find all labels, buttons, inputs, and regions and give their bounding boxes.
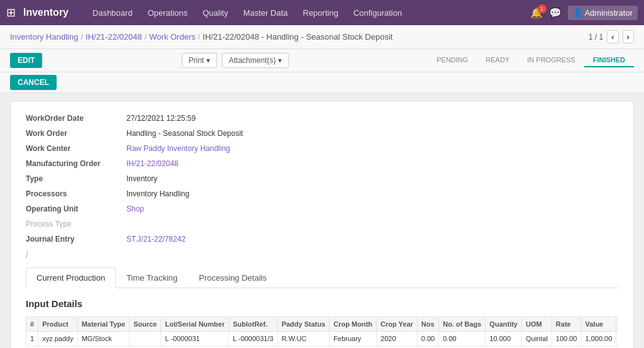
workorder-date-label: WorkOrder Date — [26, 114, 126, 123]
process-type-row: Process Type — [26, 220, 618, 228]
tab-time-tracking[interactable]: Time Tracking — [116, 267, 188, 288]
breadcrumb-current: IH/21-22/02048 - Handling - Seasonal Sto… — [203, 32, 392, 42]
operating-unit-value[interactable]: Shop — [126, 205, 144, 213]
tab-bar: Current Production Time Tracking Process… — [26, 267, 618, 288]
col-operating-unit: Operating Unit — [616, 317, 618, 332]
breadcrumb-work-orders[interactable]: Work Orders — [149, 32, 195, 42]
nav-quality[interactable]: Quality — [196, 4, 234, 21]
breadcrumb-bar: Inventory Handling / IH/21-22/02048 / Wo… — [0, 25, 644, 49]
slash-separator: / — [26, 250, 618, 260]
manufacturing-order-label: Manufacturing Order — [26, 159, 126, 168]
nav-reporting[interactable]: Reporting — [297, 4, 345, 21]
journal-entry-row: Journal Entry ST.J/21-22/78242 — [26, 235, 618, 244]
operating-unit-label: Operating Unit — [26, 205, 126, 213]
operating-unit-row: Operating Unit Shop — [26, 205, 618, 213]
table-cell: L -0000031/3 — [229, 332, 277, 346]
col-nos: Nos — [417, 317, 438, 332]
col-source: Source — [130, 317, 161, 332]
attachments-button[interactable]: Attachment(s) ▾ — [222, 53, 289, 68]
input-details-table: # Product Material Type Source Lot/Seria… — [26, 317, 618, 346]
table-cell: MG/Stock — [77, 332, 130, 346]
tabs-container: Current Production Time Tracking Process… — [26, 267, 618, 346]
type-label: Type — [26, 174, 126, 183]
pagination-text: 1 / 1 — [589, 33, 603, 42]
main-content: WorkOrder Date 27/12/2021 12:25:59 Work … — [0, 93, 644, 348]
nav-dashboard[interactable]: Dashboard — [86, 4, 139, 21]
next-record-button[interactable]: › — [623, 30, 634, 43]
work-center-value[interactable]: Raw Paddy Inventory Handling — [126, 144, 230, 153]
col-lot-serial: Lot/Serial Number — [161, 317, 229, 332]
manufacturing-order-value[interactable]: IH/21-22/02048 — [126, 159, 179, 168]
type-value: Inventory — [126, 174, 157, 183]
table-cell: Shop — [616, 332, 618, 346]
nav-links: Dashboard Operations Quality Master Data… — [86, 4, 525, 21]
table-cell: L -0000031 — [161, 332, 229, 346]
process-type-label: Process Type — [26, 220, 126, 228]
chat-icon[interactable]: 💬 — [549, 7, 562, 19]
table-cell: 1 — [26, 332, 38, 346]
table-cell: February — [330, 332, 377, 346]
input-details-title: Input Details — [26, 298, 618, 309]
status-in-progress[interactable]: IN PROGRESS — [518, 53, 584, 67]
notification-icon[interactable]: 🔔 1 — [530, 7, 543, 19]
col-crop-month: Crop Month — [330, 317, 377, 332]
work-center-row: Work Center Raw Paddy Inventory Handling — [26, 144, 618, 153]
col-product: Product — [38, 317, 78, 332]
tab-processing-details[interactable]: Processing Details — [188, 267, 277, 288]
table-cell: 100.00 — [552, 332, 581, 346]
type-row: Type Inventory — [26, 174, 618, 183]
table-cell: 2020 — [377, 332, 418, 346]
col-crop-year: Crop Year — [377, 317, 418, 332]
table-cell: 10.000 — [486, 332, 522, 346]
action-bar-cancel: CANCEL — [0, 72, 644, 93]
work-center-label: Work Center — [26, 144, 126, 153]
action-bar-edit: EDIT Print ▾ Attachment(s) ▾ PENDING REA… — [0, 49, 644, 72]
edit-button[interactable]: EDIT — [10, 53, 42, 68]
col-material-type: Material Type — [77, 317, 130, 332]
input-details-table-wrapper: # Product Material Type Source Lot/Seria… — [26, 317, 618, 346]
table-cell: 0.00 — [417, 332, 438, 346]
workorder-date-value: 27/12/2021 12:25:59 — [126, 114, 196, 123]
col-num: # — [26, 317, 38, 332]
tab-current-production[interactable]: Current Production — [26, 267, 116, 288]
col-uom: UOM — [521, 317, 552, 332]
journal-entry-label: Journal Entry — [26, 235, 126, 244]
workorder-date-row: WorkOrder Date 27/12/2021 12:25:59 — [26, 114, 618, 123]
table-body: 1xyz paddyMG/StockL -0000031L -0000031/3… — [26, 332, 619, 346]
col-rate: Rate — [552, 317, 581, 332]
user-menu-button[interactable]: 👤 Administrator — [568, 6, 638, 20]
cancel-button[interactable]: CANCEL — [10, 75, 57, 90]
work-order-row: Work Order Handling - Seasonal Stock Dep… — [26, 129, 618, 138]
form-card: WorkOrder Date 27/12/2021 12:25:59 Work … — [10, 101, 634, 348]
col-value: Value — [581, 317, 616, 332]
breadcrumb-pagination: 1 / 1 ‹ › — [589, 30, 634, 43]
tab-content-current-production: Input Details # Product Material Type So… — [26, 298, 618, 346]
nav-right: 🔔 1 💬 👤 Administrator — [530, 6, 638, 20]
col-sublot-ref: SublotRef. — [229, 317, 277, 332]
status-pending[interactable]: PENDING — [428, 53, 477, 67]
app-grid-icon: ⊞ — [6, 6, 16, 20]
col-no-of-bags: No. of Bags — [439, 317, 486, 332]
breadcrumb-inventory-handling[interactable]: Inventory Handling — [10, 32, 78, 42]
col-paddy-status: Paddy Status — [277, 317, 330, 332]
status-finished[interactable]: FINISHED — [584, 53, 634, 67]
status-ready[interactable]: READY — [477, 53, 518, 67]
journal-entry-value[interactable]: ST.J/21-22/78242 — [126, 235, 186, 244]
nav-master-data[interactable]: Master Data — [237, 4, 294, 21]
status-steps: PENDING READY IN PROGRESS FINISHED — [428, 53, 634, 67]
table-cell: R.W.UC — [277, 332, 330, 346]
nav-configuration[interactable]: Configuration — [347, 4, 408, 21]
table-header-row: # Product Material Type Source Lot/Seria… — [26, 317, 619, 332]
manufacturing-order-row: Manufacturing Order IH/21-22/02048 — [26, 159, 618, 168]
work-order-value: Handling - Seasonal Stock Deposit — [126, 129, 243, 138]
print-button[interactable]: Print ▾ — [182, 53, 217, 68]
table-cell: 0.00 — [439, 332, 486, 346]
nav-operations[interactable]: Operations — [142, 4, 194, 21]
breadcrumb: Inventory Handling / IH/21-22/02048 / Wo… — [10, 32, 392, 42]
breadcrumb-ih-number[interactable]: IH/21-22/02048 — [86, 32, 142, 42]
table-cell: xyz paddy — [38, 332, 78, 346]
table-row: 1xyz paddyMG/StockL -0000031L -0000031/3… — [26, 332, 619, 346]
prev-record-button[interactable]: ‹ — [607, 30, 618, 43]
table-cell: 1,000.00 — [581, 332, 616, 346]
notification-badge: 1 — [538, 4, 547, 13]
